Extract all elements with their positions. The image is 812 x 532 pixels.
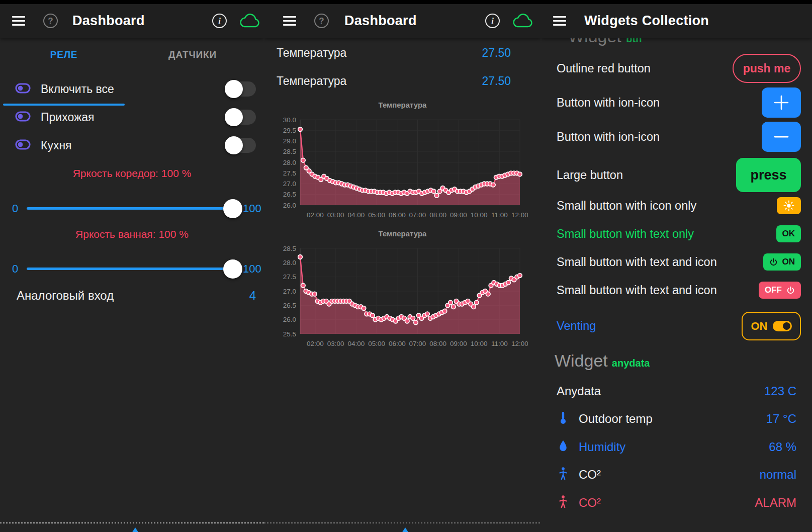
temperature-label: Температура bbox=[277, 46, 482, 60]
press-button[interactable]: press bbox=[736, 158, 801, 192]
toggle-on-icon bbox=[773, 321, 792, 331]
svg-text:28.5: 28.5 bbox=[283, 245, 296, 252]
widget-row: Small button with text only OK bbox=[557, 225, 801, 242]
venting-toggle-button[interactable]: ON bbox=[742, 312, 801, 340]
temperature-label: Температура bbox=[277, 74, 482, 88]
widget-row: Small button with text and icon OFF bbox=[557, 282, 801, 299]
push-me-button[interactable]: push me bbox=[733, 54, 801, 83]
row-value: 68 % bbox=[769, 440, 796, 454]
row-label: Button with ion-icon bbox=[557, 96, 660, 110]
widget-row: Button with ion-icon bbox=[557, 87, 801, 118]
svg-text:05:00: 05:00 bbox=[368, 340, 385, 347]
temperature-chart-2: 28.528.027.527.026.526.025.502:0003:0004… bbox=[274, 244, 528, 351]
toggle-icon bbox=[15, 111, 31, 124]
svg-text:02:00: 02:00 bbox=[307, 211, 324, 219]
scroll-up-indicator bbox=[401, 527, 410, 532]
svg-text:28.0: 28.0 bbox=[283, 259, 296, 267]
widget-row: Large button press bbox=[557, 158, 801, 192]
help-icon[interactable]: ? bbox=[314, 14, 329, 28]
svg-text:07:00: 07:00 bbox=[409, 211, 426, 219]
menu-icon[interactable] bbox=[12, 16, 25, 26]
thermometer-icon bbox=[558, 411, 571, 427]
svg-text:06:00: 06:00 bbox=[389, 340, 406, 347]
widget-row: Button with ion-icon bbox=[557, 122, 801, 152]
temperature-value: 27.50 bbox=[482, 74, 511, 88]
plus-button[interactable] bbox=[762, 87, 801, 118]
off-button[interactable]: OFF bbox=[759, 282, 801, 299]
on-button[interactable]: ON bbox=[763, 253, 801, 271]
tab-sensors[interactable]: ДАТЧИКИ bbox=[132, 38, 253, 72]
row-label: Small button with text only bbox=[557, 227, 694, 241]
cloud-connection-icon[interactable] bbox=[512, 13, 534, 29]
svg-text:07:00: 07:00 bbox=[409, 340, 426, 347]
temperature-chart-1: 30.029.529.028.528.027.527.026.526.002:0… bbox=[274, 116, 528, 222]
man-icon bbox=[558, 495, 571, 511]
slider-max-label: 100 bbox=[243, 262, 261, 276]
row-label: CO² bbox=[579, 468, 760, 482]
tab-relays[interactable]: РЕЛЕ bbox=[3, 38, 125, 72]
slider-min-label: 0 bbox=[12, 202, 18, 215]
row-label: Anydata bbox=[557, 384, 764, 398]
svg-text:25.5: 25.5 bbox=[283, 330, 296, 338]
minus-button[interactable] bbox=[762, 122, 801, 152]
switch-all-toggle[interactable] bbox=[225, 80, 256, 98]
section-heading: Widgetanydata bbox=[555, 351, 650, 371]
info-icon[interactable]: i bbox=[485, 14, 500, 28]
switch-row-all: Включить все bbox=[0, 75, 256, 103]
toggle-icon bbox=[15, 83, 31, 96]
svg-text:29.5: 29.5 bbox=[283, 127, 296, 134]
svg-text:12:00: 12:00 bbox=[511, 211, 528, 219]
row-value: ALARM bbox=[755, 496, 796, 510]
page-title: Dashboard bbox=[344, 13, 417, 29]
widgets-screen: Widgets Collection Widget btn Outline re… bbox=[541, 4, 812, 532]
page-divider-dotted bbox=[0, 522, 264, 523]
slider-caption-bath: Яркость ванная: 100 % bbox=[0, 228, 264, 240]
relay-screen: ? Dashboard i РЕЛЕ ДАТЧИКИ Включить все … bbox=[0, 4, 264, 532]
widget-row: Small button with icon only bbox=[557, 197, 801, 214]
slider-knob[interactable] bbox=[223, 259, 242, 279]
venting-label: Venting bbox=[557, 319, 596, 333]
temperature-value-row: Температура 27.50 bbox=[277, 41, 511, 65]
menu-icon[interactable] bbox=[553, 16, 566, 26]
sunny-button[interactable] bbox=[777, 197, 801, 214]
svg-text:26.5: 26.5 bbox=[283, 302, 296, 309]
brightness-slider-bath: 0 100 bbox=[0, 258, 264, 280]
ok-button[interactable]: OK bbox=[776, 225, 801, 242]
power-icon bbox=[769, 258, 778, 267]
section-tag: anydata bbox=[612, 358, 650, 369]
svg-text:29.0: 29.0 bbox=[283, 137, 296, 145]
analog-input-value: 4 bbox=[249, 289, 256, 303]
info-icon[interactable]: i bbox=[212, 14, 227, 28]
row-label: Button with ion-icon bbox=[557, 130, 660, 144]
switch-label: Кухня bbox=[41, 139, 225, 152]
chart-title: Температура bbox=[264, 101, 541, 109]
page-divider-dotted bbox=[264, 522, 541, 523]
analog-input-label: Аналоговый вход bbox=[17, 289, 249, 303]
relay-header: ? Dashboard i bbox=[0, 4, 264, 38]
svg-text:09:00: 09:00 bbox=[450, 211, 467, 219]
switch-label: Прихожая bbox=[41, 111, 225, 124]
row-label: Small button with text and icon bbox=[557, 284, 717, 297]
svg-text:06:00: 06:00 bbox=[389, 211, 406, 219]
switch-kitchen-toggle[interactable] bbox=[225, 136, 256, 154]
plus-icon bbox=[773, 94, 790, 111]
svg-text:26.0: 26.0 bbox=[283, 202, 296, 209]
svg-text:03:00: 03:00 bbox=[327, 211, 344, 219]
switch-hallway-toggle[interactable] bbox=[225, 108, 256, 126]
row-label: CO² bbox=[579, 496, 755, 510]
row-label: Humidity bbox=[579, 440, 769, 454]
menu-icon[interactable] bbox=[283, 16, 296, 26]
widget-row: Small button with text and icon ON bbox=[557, 253, 801, 271]
slider-track[interactable] bbox=[27, 207, 235, 210]
data-row-co2-alarm: CO² ALARM bbox=[557, 492, 796, 514]
svg-text:11:00: 11:00 bbox=[491, 211, 508, 219]
slider-track[interactable] bbox=[27, 268, 235, 270]
help-icon[interactable]: ? bbox=[43, 14, 58, 28]
data-row-humidity: Humidity 68 % bbox=[557, 436, 796, 458]
cloud-connection-icon[interactable] bbox=[239, 13, 261, 29]
chart-title: Температура bbox=[264, 229, 541, 238]
temperature-value-row: Температура 27.50 bbox=[277, 69, 511, 93]
slider-knob[interactable] bbox=[223, 199, 242, 218]
svg-text:02:00: 02:00 bbox=[307, 340, 324, 347]
svg-text:12:00: 12:00 bbox=[511, 340, 528, 347]
